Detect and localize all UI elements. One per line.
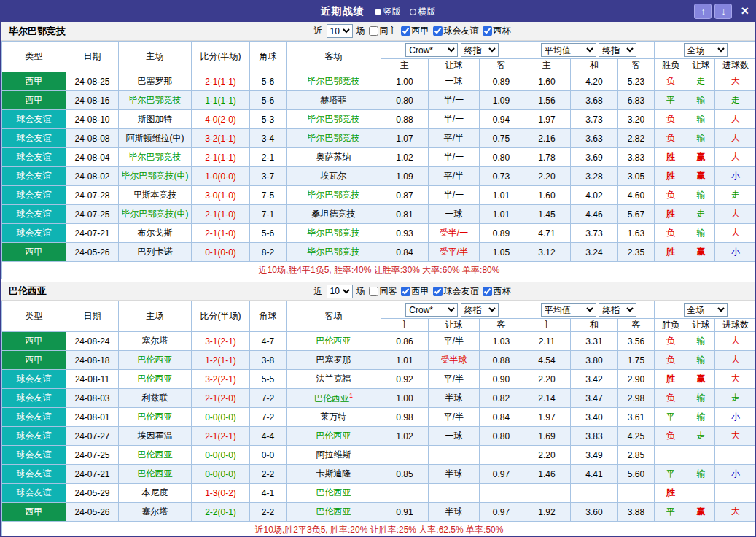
- match-date: 24-07-21: [66, 465, 119, 484]
- col-asian-away: 客: [480, 319, 523, 332]
- score-halftime: 2-1(1-1): [192, 148, 250, 167]
- league-cup-checkbox-input[interactable]: [483, 26, 492, 36]
- radio-horizontal-label: 横版: [418, 6, 436, 18]
- bookmaker-select-2[interactable]: Crow*: [405, 303, 458, 317]
- recent-count-select-2[interactable]: 10: [327, 285, 353, 298]
- col-avg-draw: 和: [571, 59, 618, 72]
- corner-score: 7-2: [250, 408, 287, 427]
- match-row: 球会友谊24-07-25毕尔巴鄂竞技(中)2-1(1-0)7-1桑坦德竞技0.8…: [2, 205, 756, 224]
- fulltime-select[interactable]: 全场: [684, 43, 728, 57]
- col-avg-home: 主: [523, 59, 571, 72]
- handicap-result: 输: [687, 91, 715, 110]
- avg-away-odds: 4.25: [618, 427, 655, 446]
- match-type-badge: 球会友谊: [2, 205, 66, 224]
- league-friendly-checkbox-2[interactable]: 球会友谊: [433, 285, 479, 298]
- avg-away-odds: 3.05: [618, 167, 655, 186]
- move-up-button[interactable]: ↑: [694, 4, 712, 19]
- win-loss-result: 平: [655, 503, 687, 522]
- goals-result: 大: [715, 110, 756, 129]
- same-home-checkbox[interactable]: 同主: [369, 25, 397, 37]
- average-select[interactable]: 平均值: [541, 43, 596, 57]
- avg-draw-odds: 3.63: [571, 129, 618, 148]
- bookmaker-select[interactable]: Crow*: [405, 43, 458, 57]
- away-team: 毕尔巴鄂竞技: [287, 110, 381, 129]
- move-down-button[interactable]: ↓: [714, 4, 732, 19]
- match-row: 西甲24-05-26塞尔塔2-2(0-1)2-2巴伦西亚0.91半球0.971.…: [2, 503, 756, 522]
- avg-home-odds: 2.20: [523, 446, 571, 465]
- header-row-selects: 类型 日期 主场 比分(半场) 角球 客场 Crow* 终指 平均值 终指 全场: [2, 42, 756, 59]
- asian-handicap: 一球: [429, 205, 480, 224]
- goals-result: 大: [715, 332, 756, 351]
- score-halftime: 0-0(0-0): [192, 465, 250, 484]
- goals-result: 大: [715, 224, 756, 243]
- avg-draw-odds: 3.24: [571, 243, 618, 262]
- summary-row: 近10场,胜4平1负5, 胜率:40% 让胜率:30% 大率:60% 单率:80…: [2, 262, 756, 279]
- final-odds-select-4[interactable]: 终指: [599, 303, 636, 317]
- match-row: 球会友谊24-07-21巴伦西亚0-0(0-0)2-2卡斯迪隆0.85半球0.9…: [2, 465, 756, 484]
- match-type-badge: 球会友谊: [2, 186, 66, 205]
- asian-away-odds: 0.89: [480, 224, 523, 243]
- league-cup-checkbox-2-input[interactable]: [483, 287, 492, 296]
- fulltime-select-2[interactable]: 全场: [684, 303, 728, 317]
- avg-draw-odds: 4.41: [571, 465, 618, 484]
- away-team: 赫塔菲: [287, 91, 381, 110]
- away-team: 埃瓦尔: [287, 167, 381, 186]
- asian-home-odds: 1.00: [381, 72, 429, 91]
- league-cup-checkbox[interactable]: 西杯: [483, 25, 511, 37]
- avg-away-odds: 2.85: [618, 446, 655, 465]
- asian-handicap: 半球: [429, 465, 480, 484]
- matches-label: 场: [356, 25, 365, 37]
- asian-away-odds: 0.88: [480, 351, 523, 370]
- corner-score: 4-4: [250, 427, 287, 446]
- home-team: 巴塞罗那: [119, 72, 192, 91]
- same-away-checkbox-input[interactable]: [369, 287, 378, 296]
- handicap-result: 输: [687, 389, 715, 408]
- col-home: 主场: [119, 301, 192, 332]
- col-winloss: 胜负: [655, 59, 687, 72]
- avg-home-odds: 1.56: [523, 91, 571, 110]
- result-group: 全场: [655, 42, 756, 59]
- match-date: 24-05-26: [66, 243, 119, 262]
- col-avg-away: 客: [618, 319, 655, 332]
- away-team: 巴塞罗那: [287, 351, 381, 370]
- same-home-checkbox-input[interactable]: [369, 26, 378, 36]
- final-odds-select-2[interactable]: 终指: [599, 43, 636, 57]
- avg-home-odds: 4.71: [523, 224, 571, 243]
- match-type-badge: 球会友谊: [2, 484, 66, 503]
- near-label: 近: [314, 285, 323, 298]
- same-away-checkbox[interactable]: 同客: [369, 285, 397, 298]
- goals-result: 大: [715, 148, 756, 167]
- match-date: 24-07-25: [66, 205, 119, 224]
- league-laliga-checkbox[interactable]: 西甲: [401, 25, 429, 37]
- league-laliga-checkbox-input[interactable]: [401, 26, 410, 36]
- final-odds-select[interactable]: 终指: [461, 43, 499, 57]
- match-date: 24-07-28: [66, 186, 119, 205]
- league-cup-checkbox-2[interactable]: 西杯: [483, 285, 511, 298]
- average-select-2[interactable]: 平均值: [541, 303, 596, 317]
- col-asian-handicap: 让球: [429, 319, 480, 332]
- league-friendly-checkbox[interactable]: 球会友谊: [433, 25, 479, 37]
- avg-home-odds: 2.14: [523, 389, 571, 408]
- win-loss-result: 平: [655, 465, 687, 484]
- match-row: 球会友谊24-08-11巴伦西亚3-2(2-1)5-5法兰克福0.92平/半0.…: [2, 370, 756, 389]
- league-friendly-checkbox-input[interactable]: [433, 26, 443, 36]
- layout-radio-group: 竖版 横版: [375, 6, 436, 18]
- asian-home-odds: 0.92: [381, 370, 429, 389]
- summary-row: 近10场,胜2平3负5, 胜率:20% 让胜率:25% 大率:62.5% 单率:…: [2, 522, 756, 537]
- asian-handicap: 受半/一: [429, 224, 480, 243]
- league-friendly-checkbox-2-input[interactable]: [433, 287, 443, 296]
- layout-horizontal-radio[interactable]: 横版: [410, 6, 436, 18]
- final-odds-select-3[interactable]: 终指: [461, 303, 499, 317]
- avg-draw-odds: 3.42: [571, 370, 618, 389]
- avg-away-odds: 5.67: [618, 205, 655, 224]
- close-button[interactable]: ×: [741, 4, 749, 19]
- asian-handicap: 受平/半: [429, 243, 480, 262]
- asian-handicap: 半/一: [429, 148, 480, 167]
- goals-result: 走: [715, 389, 756, 408]
- recent-count-select[interactable]: 10: [327, 24, 353, 38]
- asian-handicap: 受半球: [429, 351, 480, 370]
- layout-vertical-radio[interactable]: 竖版: [375, 6, 401, 18]
- league-laliga-checkbox-2[interactable]: 西甲: [401, 285, 429, 298]
- league-laliga-checkbox-2-input[interactable]: [401, 287, 410, 296]
- goals-result: [715, 446, 756, 465]
